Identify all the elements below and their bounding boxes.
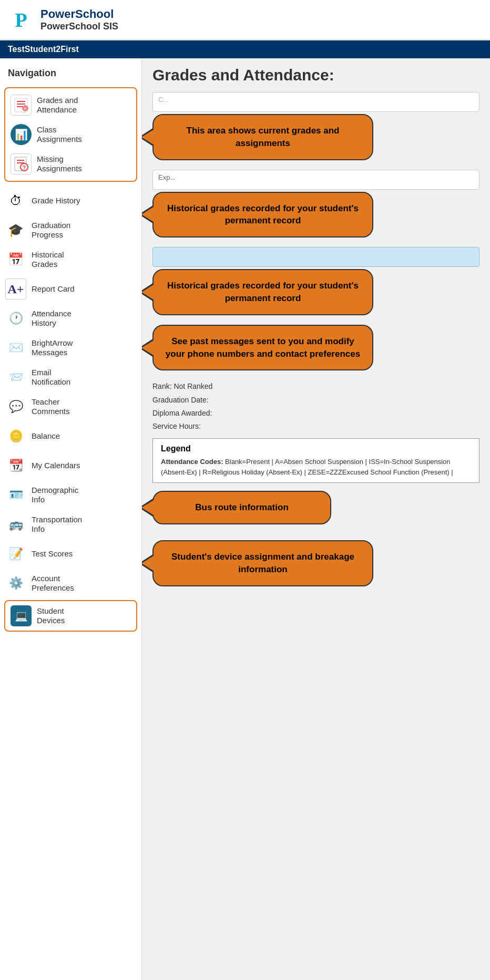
sidebar-item-class-assignments[interactable]: 📊 ClassAssignments: [5, 120, 136, 149]
svg-text:?: ?: [24, 107, 26, 111]
student-devices-highlighted-group: 💻 StudentDevices: [4, 600, 137, 632]
grades-attendance-label: Grades andAttendance: [37, 96, 78, 115]
content-area: Grades and Attendance: C... This area sh…: [142, 58, 490, 980]
grade-history-icon: ⏱: [5, 190, 26, 211]
missing-assignments-icon: ?: [11, 153, 32, 174]
sidebar: Navigation ? Grades andAttendance: [0, 58, 142, 980]
bubble6-row: Student's device assignment and breakage…: [152, 540, 479, 586]
email-notification-label: EmailNotification: [32, 368, 70, 387]
info-lines: Rank: Not Ranked Graduation Date: Diplom…: [152, 380, 479, 433]
highlighted-group: ? Grades andAttendance 📊 ClassAssignment…: [4, 87, 137, 182]
balance-label: Balance: [32, 431, 60, 441]
sidebar-item-attendance-history[interactable]: 🕐 AttendanceHistory: [0, 304, 141, 333]
card-partial-exp: Exp...: [152, 170, 479, 190]
sidebar-item-brightarrow[interactable]: ✉️ BrightArrowMessages: [0, 333, 141, 363]
header: P PowerSchool PowerSchool SIS: [0, 0, 490, 40]
sidebar-item-graduation-progress[interactable]: 🎓 GraduationProgress: [0, 215, 141, 245]
email-notification-icon: 📨: [5, 367, 26, 388]
teacher-comments-label: TeacherComments: [32, 397, 70, 416]
sidebar-item-my-calendars[interactable]: 📆 My Calendars: [0, 451, 141, 480]
my-calendars-label: My Calendars: [32, 461, 80, 470]
student-devices-label: StudentDevices: [37, 606, 65, 625]
sidebar-item-balance[interactable]: 🪙 Balance: [0, 421, 141, 451]
bubble2-row: Historical grades recorded for your stud…: [152, 192, 479, 238]
bubble-current-grades: This area shows current grades and assig…: [152, 114, 373, 160]
sidebar-item-grades-attendance[interactable]: ? Grades andAttendance: [5, 90, 136, 120]
my-calendars-icon: 📆: [5, 455, 26, 476]
student-name: TestStudent2First: [8, 45, 79, 54]
report-card-label: Report Card: [32, 284, 75, 294]
page-title: Grades and Attendance:: [152, 66, 479, 84]
sidebar-item-missing-assignments[interactable]: ? MissingAssignments: [5, 149, 136, 179]
balance-icon: 🪙: [5, 426, 26, 447]
report-card-icon: A+: [5, 278, 26, 300]
bubble1-section: C... This area shows current grades and …: [152, 92, 479, 160]
bubble-bus-route: Bus route information: [152, 491, 331, 524]
card-partial-blue: [152, 247, 479, 267]
nav-title: Navigation: [0, 64, 141, 85]
transportation-info-icon: 🚌: [5, 514, 26, 535]
legend-title: Legend: [161, 444, 471, 453]
info-rank: Rank: Not Ranked: [152, 380, 479, 393]
info-graduation-date: Graduation Date:: [152, 394, 479, 407]
sidebar-item-historical-grades[interactable]: 📅 HistoricalGrades: [0, 245, 141, 274]
demographic-info-icon: 🪪: [5, 484, 26, 506]
sidebar-item-grade-history[interactable]: ⏱ Grade History: [0, 186, 141, 215]
bubble-brightarrow-messages: See past messages sent to you and modify…: [152, 325, 373, 371]
bubble1-row: This area shows current grades and assig…: [152, 114, 479, 160]
student-devices-icon: 💻: [11, 605, 32, 626]
sidebar-item-report-card[interactable]: A+ Report Card: [0, 274, 141, 304]
sidebar-item-student-devices[interactable]: 💻 StudentDevices: [5, 601, 136, 631]
main-layout: Navigation ? Grades andAttendance: [0, 58, 490, 980]
sidebar-item-transportation-info[interactable]: 🚌 TransportationInfo: [0, 510, 141, 539]
legend-label: Attendance Codes:: [161, 458, 223, 466]
bubble4-row: See past messages sent to you and modify…: [152, 325, 479, 371]
demographic-info-label: DemographicInfo: [32, 486, 78, 504]
attendance-history-icon: 🕐: [5, 308, 26, 329]
student-bar: TestStudent2First: [0, 40, 490, 58]
logo-icon: P: [8, 5, 34, 34]
logo-top: PowerSchool: [40, 7, 118, 21]
grades-attendance-icon: ?: [11, 95, 32, 116]
sidebar-item-demographic-info[interactable]: 🪪 DemographicInfo: [0, 480, 141, 510]
sidebar-item-teacher-comments[interactable]: 💬 TeacherComments: [0, 392, 141, 421]
card-partial-1: C...: [152, 92, 479, 112]
logo-bottom: PowerSchool SIS: [40, 21, 118, 32]
legend-content: Attendance Codes: Blank=Present | A=Abse…: [161, 457, 471, 477]
logo-p-char: P: [15, 10, 27, 30]
attendance-history-label: AttendanceHistory: [32, 309, 72, 328]
bubble5-row: Bus route information: [152, 491, 479, 524]
graduation-progress-label: GraduationProgress: [32, 221, 70, 240]
brightarrow-icon: ✉️: [5, 337, 26, 358]
bubble3-row: Historical grades recorded for your stud…: [152, 269, 479, 315]
bubble-historical-grades-1: Historical grades recorded for your stud…: [152, 192, 373, 238]
brightarrow-label: BrightArrowMessages: [32, 338, 73, 357]
class-assignments-label: ClassAssignments: [37, 125, 82, 144]
bubble-student-devices: Student's device assignment and breakage…: [152, 540, 373, 586]
logo-text: PowerSchool PowerSchool SIS: [40, 7, 118, 32]
missing-assignments-label: MissingAssignments: [37, 154, 82, 173]
legend-box: Legend Attendance Codes: Blank=Present |…: [152, 438, 479, 483]
class-assignments-icon: 📊: [11, 124, 32, 145]
transportation-info-label: TransportationInfo: [32, 515, 82, 534]
test-scores-icon: 📝: [5, 543, 26, 564]
test-scores-label: Test Scores: [32, 549, 73, 559]
sidebar-item-email-notification[interactable]: 📨 EmailNotification: [0, 363, 141, 392]
info-diploma: Diploma Awarded:: [152, 407, 479, 420]
account-preferences-icon: ⚙️: [5, 573, 26, 594]
historical-grades-label: HistoricalGrades: [32, 250, 64, 269]
info-service-hours: Service Hours:: [152, 420, 479, 433]
graduation-progress-icon: 🎓: [5, 220, 26, 241]
sidebar-item-test-scores[interactable]: 📝 Test Scores: [0, 539, 141, 569]
grade-history-label: Grade History: [32, 196, 80, 205]
teacher-comments-icon: 💬: [5, 396, 26, 417]
bubble-historical-grades-2: Historical grades recorded for your stud…: [152, 269, 373, 315]
historical-grades-icon: 📅: [5, 249, 26, 270]
sidebar-item-account-preferences[interactable]: ⚙️ AccountPreferences: [0, 569, 141, 598]
svg-text:?: ?: [23, 165, 26, 171]
account-preferences-label: AccountPreferences: [32, 574, 74, 593]
